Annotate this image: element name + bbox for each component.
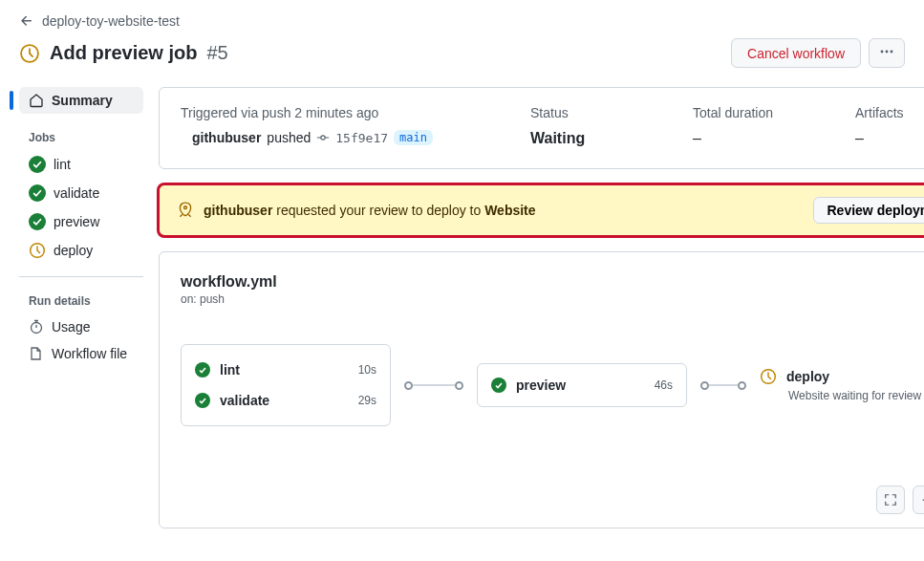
graph-job-validate[interactable]: validate 29s xyxy=(195,385,376,416)
fullscreen-button[interactable] xyxy=(876,485,905,514)
artifacts-value: – xyxy=(855,130,924,147)
back-link-text: deploy-toy-website-test xyxy=(42,13,180,29)
sidebar-item-label: lint xyxy=(54,157,71,172)
sidebar-job-validate[interactable]: validate xyxy=(19,179,143,207)
clock-icon xyxy=(29,242,46,259)
workflow-panel: workflow.yml on: push lint 10s vali xyxy=(159,251,924,529)
file-icon xyxy=(29,346,44,361)
review-banner: githubuser requested your review to depl… xyxy=(159,184,924,236)
review-text: githubuser requested your review to depl… xyxy=(204,203,536,218)
svg-point-5 xyxy=(29,184,46,202)
sidebar-job-lint[interactable]: lint xyxy=(19,150,143,179)
svg-point-11 xyxy=(195,362,210,378)
branch-label[interactable]: main xyxy=(394,130,433,145)
workflow-filename: workflow.yml xyxy=(181,273,924,291)
job-duration: 29s xyxy=(358,394,376,407)
run-title: Add preview job xyxy=(50,42,197,64)
svg-point-10 xyxy=(184,206,187,209)
job-name: lint xyxy=(220,362,240,378)
clock-icon xyxy=(760,368,777,385)
workflow-trigger: on: push xyxy=(181,292,924,306)
svg-point-1 xyxy=(881,51,884,54)
check-circle-icon xyxy=(491,378,506,393)
action-verb: pushed xyxy=(267,130,311,145)
commit-sha[interactable]: 15f9e17 xyxy=(335,131,388,145)
job-name: validate xyxy=(220,393,269,408)
sidebar-rundetails-heading: Run details xyxy=(19,289,143,313)
stopwatch-icon xyxy=(29,319,44,334)
sidebar-usage[interactable]: Usage xyxy=(19,313,143,340)
svg-point-6 xyxy=(29,213,46,230)
check-circle-icon xyxy=(195,362,210,378)
svg-point-4 xyxy=(29,156,46,173)
back-link[interactable]: deploy-toy-website-test xyxy=(19,10,905,32)
graph-job-preview[interactable]: preview 46s xyxy=(477,363,687,407)
commit-icon xyxy=(316,131,330,144)
sidebar-item-label: deploy xyxy=(54,243,93,258)
zoom-out-button[interactable]: − xyxy=(913,485,924,514)
review-deployments-button[interactable]: Review deployments xyxy=(813,197,925,224)
arrow-left-icon xyxy=(19,13,34,29)
job-name: preview xyxy=(516,378,566,393)
sidebar-item-label: Summary xyxy=(52,93,113,108)
svg-point-13 xyxy=(491,378,506,393)
kebab-icon xyxy=(879,44,894,59)
deploy-substatus: Website waiting for review xyxy=(788,389,924,402)
connector xyxy=(404,381,463,390)
page-title: Add preview job #5 xyxy=(19,42,228,64)
zoom-controls: − + xyxy=(876,485,924,514)
check-circle-icon xyxy=(29,184,46,202)
workflow-graph: lint 10s validate 29s xyxy=(181,344,924,426)
graph-job-deploy[interactable]: deploy Website waiting for review xyxy=(760,368,924,402)
actor-name[interactable]: githubuser xyxy=(192,130,261,145)
sidebar-item-label: preview xyxy=(54,214,99,229)
check-circle-icon xyxy=(29,213,46,230)
svg-point-12 xyxy=(195,393,210,408)
clock-icon xyxy=(19,43,40,64)
graph-group-1[interactable]: lint 10s validate 29s xyxy=(181,344,391,426)
status-label: Status xyxy=(530,105,645,120)
job-name: deploy xyxy=(786,369,829,384)
home-icon xyxy=(29,93,44,108)
rocket-icon xyxy=(177,202,194,219)
sidebar-job-deploy[interactable]: deploy xyxy=(19,236,143,265)
sidebar-item-label: Usage xyxy=(52,319,90,334)
trigger-line: githubuser pushed 15f9e17 main xyxy=(181,130,483,145)
run-meta-panel: Triggered via push 2 minutes ago githubu… xyxy=(159,87,924,169)
check-circle-icon xyxy=(29,156,46,173)
cancel-workflow-button[interactable]: Cancel workflow xyxy=(731,38,861,68)
kebab-menu-button[interactable] xyxy=(869,38,905,68)
check-circle-icon xyxy=(195,393,210,408)
fullscreen-icon xyxy=(884,493,897,507)
svg-point-9 xyxy=(321,136,325,140)
status-value: Waiting xyxy=(530,130,645,147)
sidebar-jobs-heading: Jobs xyxy=(19,125,143,150)
svg-point-3 xyxy=(891,51,893,54)
graph-job-lint[interactable]: lint 10s xyxy=(195,355,376,385)
sidebar-item-label: validate xyxy=(54,185,99,201)
sidebar: Summary Jobs lint validate preview deplo… xyxy=(19,87,143,529)
job-duration: 46s xyxy=(655,378,673,392)
sidebar-item-label: Workflow file xyxy=(52,346,127,361)
svg-point-2 xyxy=(886,51,889,54)
connector xyxy=(700,381,746,390)
duration-value: – xyxy=(693,130,807,147)
sidebar-job-preview[interactable]: preview xyxy=(19,207,143,236)
divider xyxy=(19,276,143,277)
triggered-label: Triggered via push 2 minutes ago xyxy=(181,105,483,120)
sidebar-workflow-file[interactable]: Workflow file xyxy=(19,340,143,367)
duration-label: Total duration xyxy=(693,105,807,120)
run-number: #5 xyxy=(206,42,227,64)
sidebar-summary[interactable]: Summary xyxy=(19,87,143,114)
artifacts-label: Artifacts xyxy=(855,105,924,120)
job-duration: 10s xyxy=(358,363,376,377)
